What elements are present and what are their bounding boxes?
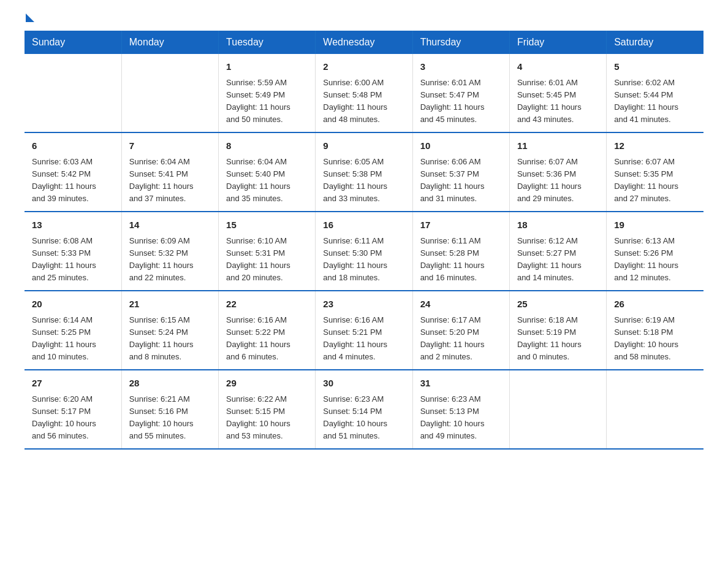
day-number: 14 bbox=[129, 218, 211, 232]
day-info: Sunrise: 6:23 AM Sunset: 5:14 PM Dayligh… bbox=[323, 393, 404, 443]
day-info: Sunrise: 6:23 AM Sunset: 5:13 PM Dayligh… bbox=[420, 393, 502, 443]
calendar-cell: 27Sunrise: 6:20 AM Sunset: 5:17 PM Dayli… bbox=[25, 370, 121, 449]
page-header bbox=[25, 18, 703, 22]
day-number: 18 bbox=[517, 218, 599, 232]
calendar-cell: 4Sunrise: 6:01 AM Sunset: 5:45 PM Daylig… bbox=[509, 54, 606, 132]
calendar-cell: 7Sunrise: 6:04 AM Sunset: 5:41 PM Daylig… bbox=[121, 132, 218, 212]
day-info: Sunrise: 6:15 AM Sunset: 5:24 PM Dayligh… bbox=[129, 314, 211, 364]
day-number: 13 bbox=[32, 218, 114, 232]
calendar-cell: 22Sunrise: 6:16 AM Sunset: 5:22 PM Dayli… bbox=[219, 291, 316, 370]
day-number: 30 bbox=[323, 377, 404, 391]
day-info: Sunrise: 6:13 AM Sunset: 5:26 PM Dayligh… bbox=[614, 235, 696, 285]
calendar-cell: 10Sunrise: 6:06 AM Sunset: 5:37 PM Dayli… bbox=[412, 132, 509, 212]
day-info: Sunrise: 5:59 AM Sunset: 5:49 PM Dayligh… bbox=[226, 77, 308, 126]
day-number: 11 bbox=[517, 139, 599, 153]
day-info: Sunrise: 6:05 AM Sunset: 5:38 PM Dayligh… bbox=[323, 156, 404, 205]
day-info: Sunrise: 6:04 AM Sunset: 5:40 PM Dayligh… bbox=[226, 156, 308, 205]
calendar-cell bbox=[25, 54, 121, 132]
calendar-cell: 30Sunrise: 6:23 AM Sunset: 5:14 PM Dayli… bbox=[316, 370, 412, 449]
calendar-cell: 15Sunrise: 6:10 AM Sunset: 5:31 PM Dayli… bbox=[219, 212, 316, 291]
calendar-cell: 3Sunrise: 6:01 AM Sunset: 5:47 PM Daylig… bbox=[412, 54, 509, 132]
day-number: 28 bbox=[129, 377, 211, 391]
logo-triangle-icon bbox=[26, 13, 34, 22]
day-info: Sunrise: 6:16 AM Sunset: 5:22 PM Dayligh… bbox=[226, 314, 308, 364]
day-number: 26 bbox=[614, 297, 696, 312]
calendar-cell: 23Sunrise: 6:16 AM Sunset: 5:21 PM Dayli… bbox=[316, 291, 412, 370]
calendar-cell: 1Sunrise: 5:59 AM Sunset: 5:49 PM Daylig… bbox=[219, 54, 316, 132]
day-number: 6 bbox=[32, 139, 114, 153]
weekday-header-row: SundayMondayTuesdayWednesdayThursdayFrid… bbox=[25, 31, 703, 54]
calendar-cell: 8Sunrise: 6:04 AM Sunset: 5:40 PM Daylig… bbox=[219, 132, 316, 212]
day-info: Sunrise: 6:07 AM Sunset: 5:35 PM Dayligh… bbox=[614, 156, 696, 205]
day-info: Sunrise: 6:01 AM Sunset: 5:45 PM Dayligh… bbox=[517, 77, 599, 126]
calendar-cell: 25Sunrise: 6:18 AM Sunset: 5:19 PM Dayli… bbox=[509, 291, 606, 370]
calendar-header: SundayMondayTuesdayWednesdayThursdayFrid… bbox=[25, 31, 703, 54]
calendar-cell: 29Sunrise: 6:22 AM Sunset: 5:15 PM Dayli… bbox=[219, 370, 316, 449]
calendar-cell bbox=[607, 370, 703, 449]
day-number: 21 bbox=[129, 297, 211, 312]
calendar-cell: 14Sunrise: 6:09 AM Sunset: 5:32 PM Dayli… bbox=[121, 212, 218, 291]
day-number: 16 bbox=[323, 218, 404, 232]
weekday-header-sunday: Sunday bbox=[25, 31, 121, 54]
calendar-cell: 2Sunrise: 6:00 AM Sunset: 5:48 PM Daylig… bbox=[316, 54, 412, 132]
day-number: 24 bbox=[420, 297, 502, 312]
calendar-cell: 5Sunrise: 6:02 AM Sunset: 5:44 PM Daylig… bbox=[607, 54, 703, 132]
weekday-header-tuesday: Tuesday bbox=[219, 31, 316, 54]
day-number: 15 bbox=[226, 218, 308, 232]
day-info: Sunrise: 6:01 AM Sunset: 5:47 PM Dayligh… bbox=[420, 77, 502, 126]
day-number: 19 bbox=[614, 218, 696, 232]
day-info: Sunrise: 6:16 AM Sunset: 5:21 PM Dayligh… bbox=[323, 314, 404, 364]
day-info: Sunrise: 6:08 AM Sunset: 5:33 PM Dayligh… bbox=[32, 235, 114, 285]
day-info: Sunrise: 6:12 AM Sunset: 5:27 PM Dayligh… bbox=[517, 235, 599, 285]
day-info: Sunrise: 6:09 AM Sunset: 5:32 PM Dayligh… bbox=[129, 235, 211, 285]
weekday-header-thursday: Thursday bbox=[412, 31, 509, 54]
day-info: Sunrise: 6:07 AM Sunset: 5:36 PM Dayligh… bbox=[517, 156, 599, 205]
day-number: 22 bbox=[226, 297, 308, 312]
calendar-cell: 18Sunrise: 6:12 AM Sunset: 5:27 PM Dayli… bbox=[509, 212, 606, 291]
day-info: Sunrise: 6:04 AM Sunset: 5:41 PM Dayligh… bbox=[129, 156, 211, 205]
day-info: Sunrise: 6:11 AM Sunset: 5:28 PM Dayligh… bbox=[420, 235, 502, 285]
day-number: 5 bbox=[614, 60, 696, 74]
weekday-header-friday: Friday bbox=[509, 31, 606, 54]
day-number: 31 bbox=[420, 377, 502, 391]
calendar-cell: 9Sunrise: 6:05 AM Sunset: 5:38 PM Daylig… bbox=[316, 132, 412, 212]
calendar-cell: 13Sunrise: 6:08 AM Sunset: 5:33 PM Dayli… bbox=[25, 212, 121, 291]
calendar-cell: 26Sunrise: 6:19 AM Sunset: 5:18 PM Dayli… bbox=[607, 291, 703, 370]
day-number: 29 bbox=[226, 377, 308, 391]
day-info: Sunrise: 6:02 AM Sunset: 5:44 PM Dayligh… bbox=[614, 77, 696, 126]
calendar-cell: 11Sunrise: 6:07 AM Sunset: 5:36 PM Dayli… bbox=[509, 132, 606, 212]
day-info: Sunrise: 6:06 AM Sunset: 5:37 PM Dayligh… bbox=[420, 156, 502, 205]
day-info: Sunrise: 6:00 AM Sunset: 5:48 PM Dayligh… bbox=[323, 77, 404, 126]
calendar-cell: 31Sunrise: 6:23 AM Sunset: 5:13 PM Dayli… bbox=[412, 370, 509, 449]
calendar-week-row: 20Sunrise: 6:14 AM Sunset: 5:25 PM Dayli… bbox=[25, 291, 703, 370]
weekday-header-wednesday: Wednesday bbox=[316, 31, 412, 54]
day-number: 3 bbox=[420, 60, 502, 74]
day-info: Sunrise: 6:03 AM Sunset: 5:42 PM Dayligh… bbox=[32, 156, 114, 205]
day-number: 23 bbox=[323, 297, 404, 312]
day-info: Sunrise: 6:20 AM Sunset: 5:17 PM Dayligh… bbox=[32, 393, 114, 443]
calendar-cell: 21Sunrise: 6:15 AM Sunset: 5:24 PM Dayli… bbox=[121, 291, 218, 370]
day-number: 17 bbox=[420, 218, 502, 232]
day-number: 12 bbox=[614, 139, 696, 153]
calendar-week-row: 1Sunrise: 5:59 AM Sunset: 5:49 PM Daylig… bbox=[25, 54, 703, 132]
day-info: Sunrise: 6:10 AM Sunset: 5:31 PM Dayligh… bbox=[226, 235, 308, 285]
calendar-week-row: 27Sunrise: 6:20 AM Sunset: 5:17 PM Dayli… bbox=[25, 370, 703, 449]
day-info: Sunrise: 6:21 AM Sunset: 5:16 PM Dayligh… bbox=[129, 393, 211, 443]
day-number: 27 bbox=[32, 377, 114, 391]
day-number: 4 bbox=[517, 60, 599, 74]
day-number: 10 bbox=[420, 139, 502, 153]
calendar-cell: 16Sunrise: 6:11 AM Sunset: 5:30 PM Dayli… bbox=[316, 212, 412, 291]
weekday-header-monday: Monday bbox=[121, 31, 218, 54]
logo bbox=[25, 18, 34, 22]
weekday-header-saturday: Saturday bbox=[607, 31, 703, 54]
calendar-cell: 12Sunrise: 6:07 AM Sunset: 5:35 PM Dayli… bbox=[607, 132, 703, 212]
day-number: 25 bbox=[517, 297, 599, 312]
calendar-week-row: 13Sunrise: 6:08 AM Sunset: 5:33 PM Dayli… bbox=[25, 212, 703, 291]
calendar-cell: 24Sunrise: 6:17 AM Sunset: 5:20 PM Dayli… bbox=[412, 291, 509, 370]
calendar-cell bbox=[121, 54, 218, 132]
calendar-cell: 17Sunrise: 6:11 AM Sunset: 5:28 PM Dayli… bbox=[412, 212, 509, 291]
day-number: 20 bbox=[32, 297, 114, 312]
day-info: Sunrise: 6:14 AM Sunset: 5:25 PM Dayligh… bbox=[32, 314, 114, 364]
day-info: Sunrise: 6:19 AM Sunset: 5:18 PM Dayligh… bbox=[614, 314, 696, 364]
day-number: 9 bbox=[323, 139, 404, 153]
